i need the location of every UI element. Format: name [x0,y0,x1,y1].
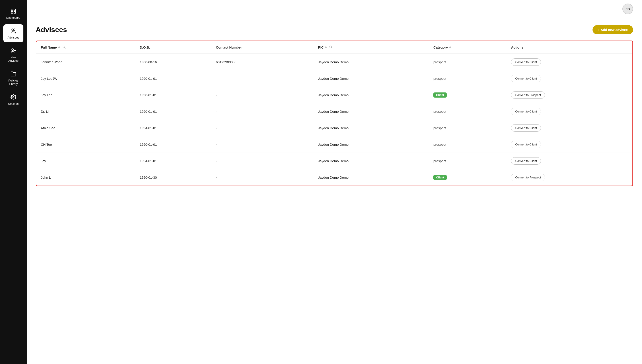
cell-dob: 1990-01-01 [135,87,212,103]
action-button-row-7[interactable]: Convert to Prospect [511,174,545,181]
cell-dob: 1990-01-30 [135,169,212,186]
add-new-advisee-button[interactable]: + Add new advisee [592,25,633,34]
cell-contact-number: - [211,169,314,186]
category-badge-prospect: prospect [433,110,446,114]
svg-rect-1 [14,9,16,11]
table-row: Jennifer Woon 1960-08-16 60123908088 Jay… [36,54,632,70]
cell-category: prospect [429,70,506,87]
cell-contact-number: - [211,120,314,136]
category-badge-prospect: prospect [433,77,446,80]
action-button-row-0[interactable]: Convert to Client [511,58,541,66]
action-button-row-3[interactable]: Convert to Client [511,108,541,115]
table-row: John L 1990-01-30 - Jayden Demo Demo Cli… [36,169,632,186]
svg-rect-2 [11,12,13,13]
policies-library-icon [10,70,17,78]
header: JD [27,0,642,18]
dashboard-icon [10,8,17,15]
cell-full-name: Dr. Lim [36,103,135,120]
advisees-table-container: Full Name [36,40,633,186]
cell-dob: 1994-01-01 [135,120,212,136]
sidebar-item-policies-library-label: Policies Library [6,79,21,86]
cell-pic: Jayden Demo Demo [314,120,429,136]
cell-category: prospect [429,54,506,70]
main-content: JD Advisees + Add new advisee Full Name [27,0,642,364]
action-button-row-6[interactable]: Convert to Client [511,157,541,164]
full-name-sort-icon[interactable] [58,46,60,48]
sidebar-item-advisees[interactable]: Advisees [3,24,24,42]
cell-pic: Jayden Demo Demo [314,54,429,70]
table-row: Jay T 1994-01-01 - Jayden Demo Demo pros… [36,153,632,169]
svg-point-8 [13,96,14,98]
cell-actions: Convert to Client [506,136,632,153]
col-contact-number: Contact Number [211,41,314,54]
sidebar-item-new-advisee-label: New Advisee [6,56,21,62]
cell-contact-number: - [211,70,314,87]
table-row: Atnie Soo 1994-01-01 - Jayden Demo Demo … [36,120,632,136]
category-sort-icon[interactable] [449,46,451,48]
cell-contact-number: - [211,103,314,120]
pic-search-icon[interactable] [329,45,333,50]
col-category: Category [429,41,506,54]
cell-full-name: John L [36,169,135,186]
cell-category: prospect [429,103,506,120]
table-row: CH Teo 1990-01-01 - Jayden Demo Demo pro… [36,136,632,153]
advisees-table: Full Name [36,41,632,186]
cell-full-name: Atnie Soo [36,120,135,136]
category-badge-prospect: prospect [433,60,446,64]
action-button-row-2[interactable]: Convert to Prospect [511,91,545,99]
sidebar-item-new-advisee[interactable]: New Advisee [3,44,24,66]
sidebar: Dashboard Advisees New Advisee [0,0,27,364]
svg-line-10 [65,48,65,48]
table-header-row: Full Name [36,41,632,54]
new-advisee-icon [10,47,17,54]
cell-category: prospect [429,136,506,153]
cell-contact-number: 60123908088 [211,54,314,70]
pic-sort-icon[interactable] [325,46,327,48]
page-title: Advisees [36,26,67,34]
table-body: Jennifer Woon 1960-08-16 60123908088 Jay… [36,54,632,186]
cell-category: Client [429,87,506,103]
advisees-icon [10,28,17,34]
col-pic: PIC [314,41,429,54]
cell-category: Client [429,169,506,186]
action-button-row-5[interactable]: Convert to Client [511,141,541,148]
content-area: Advisees + Add new advisee Full Name [27,18,642,364]
table-row: Dr. Lim 1990-01-01 - Jayden Demo Demo pr… [36,103,632,120]
cell-actions: Convert to Prospect [506,169,632,186]
cell-actions: Convert to Client [506,103,632,120]
action-button-row-1[interactable]: Convert to Client [511,75,541,82]
cell-pic: Jayden Demo Demo [314,136,429,153]
cell-category: prospect [429,120,506,136]
sidebar-item-dashboard[interactable]: Dashboard [3,4,24,22]
cell-pic: Jayden Demo Demo [314,70,429,87]
svg-line-12 [331,48,332,48]
cell-contact-number: - [211,87,314,103]
sidebar-item-settings[interactable]: Settings [3,90,24,108]
cell-actions: Convert to Client [506,120,632,136]
svg-rect-3 [14,12,16,13]
cell-category: prospect [429,153,506,169]
cell-actions: Convert to Client [506,153,632,169]
cell-contact-number: - [211,136,314,153]
sidebar-item-policies-library[interactable]: Policies Library [3,67,24,89]
cell-pic: Jayden Demo Demo [314,103,429,120]
category-badge-client: Client [433,92,447,98]
cell-actions: Convert to Client [506,70,632,87]
full-name-search-icon[interactable] [62,45,66,50]
category-badge-client: Client [433,175,447,180]
category-badge-prospect: prospect [433,126,446,130]
cell-dob: 1994-01-01 [135,153,212,169]
sidebar-item-settings-label: Settings [8,102,19,105]
table-row: Jay Lee 1990-01-01 - Jayden Demo Demo Cl… [36,87,632,103]
settings-icon [10,94,17,101]
svg-rect-0 [11,9,13,11]
cell-dob: 1960-08-16 [135,54,212,70]
col-full-name: Full Name [36,41,135,54]
svg-point-5 [12,48,14,50]
cell-full-name: Jay LeeJW [36,70,135,87]
cell-pic: Jayden Demo Demo [314,169,429,186]
page-title-row: Advisees + Add new advisee [36,25,633,34]
avatar[interactable]: JD [622,4,633,14]
col-actions: Actions [506,41,632,54]
action-button-row-4[interactable]: Convert to Client [511,124,541,132]
